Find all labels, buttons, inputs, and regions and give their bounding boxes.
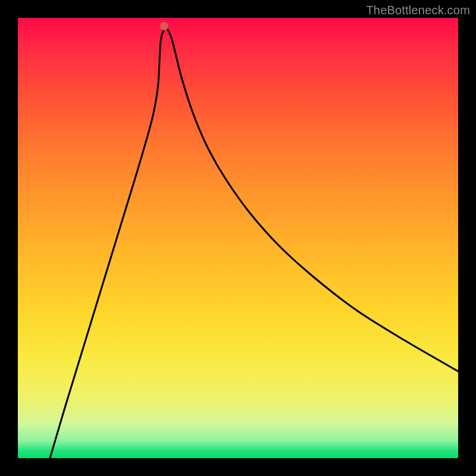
chart-frame: TheBottleneck.com bbox=[0, 0, 476, 476]
bottleneck-curve bbox=[18, 18, 458, 458]
curve-minimum-marker bbox=[160, 22, 168, 30]
watermark-text: TheBottleneck.com bbox=[366, 4, 470, 17]
plot-area bbox=[18, 18, 458, 458]
